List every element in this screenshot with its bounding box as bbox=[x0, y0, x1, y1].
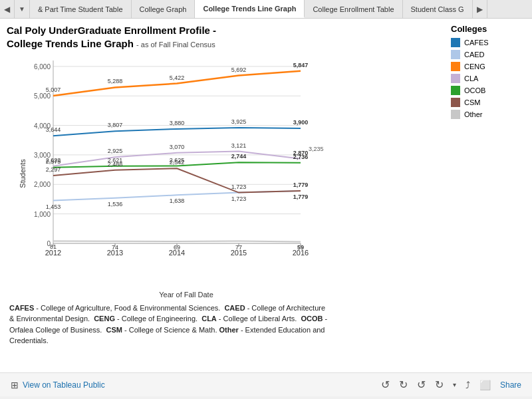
tab-nav-prev[interactable]: ◀ bbox=[0, 0, 15, 18]
tableau-link[interactable]: View on Tableau Public bbox=[23, 380, 105, 390]
legend: Colleges CAFES CAED CENG CLA OCOB CSM Ot… bbox=[446, 19, 532, 372]
svg-text:1,638: 1,638 bbox=[170, 198, 185, 204]
share-icon[interactable]: ⤴ bbox=[466, 380, 470, 390]
legend-cafes[interactable]: CAFES bbox=[451, 38, 527, 47]
svg-text:5,692: 5,692 bbox=[231, 66, 247, 72]
svg-text:3,644: 3,644 bbox=[46, 126, 61, 133]
chart-subtitle: College Trends Line Graph bbox=[7, 38, 134, 49]
undo2-icon[interactable]: ↺ bbox=[417, 378, 426, 391]
svg-text:2,925: 2,925 bbox=[108, 148, 123, 154]
svg-text:5,422: 5,422 bbox=[170, 74, 185, 80]
redo2-icon[interactable]: ↻ bbox=[435, 378, 444, 391]
legend-cla-label: CLA bbox=[464, 74, 478, 82]
tab-student-class[interactable]: Student Class G bbox=[403, 0, 473, 18]
tableau-icon: ⊞ bbox=[11, 380, 19, 390]
chart-subtitle-note: - as of Fall Final Census bbox=[136, 41, 215, 49]
svg-text:1,000: 1,000 bbox=[34, 210, 51, 217]
svg-text:81: 81 bbox=[50, 243, 57, 250]
legend-other-label: Other bbox=[464, 110, 483, 118]
svg-text:1,453: 1,453 bbox=[46, 203, 61, 209]
legend-title: Colleges bbox=[451, 24, 527, 34]
legend-other[interactable]: Other bbox=[451, 110, 527, 119]
svg-text:2,575: 2,575 bbox=[46, 158, 61, 164]
download-icon[interactable]: ⬜ bbox=[479, 380, 491, 390]
svg-text:77: 77 bbox=[235, 243, 242, 250]
legend-cla[interactable]: CLA bbox=[451, 74, 527, 83]
tab-nav-menu[interactable]: ▼ bbox=[15, 0, 30, 18]
svg-text:3,070: 3,070 bbox=[170, 143, 185, 150]
svg-text:1,536: 1,536 bbox=[108, 200, 123, 207]
svg-text:2,744: 2,744 bbox=[231, 153, 247, 160]
svg-text:3,880: 3,880 bbox=[170, 119, 185, 126]
legend-ocob-label: OCOB bbox=[464, 86, 485, 94]
svg-text:1,779: 1,779 bbox=[293, 182, 309, 188]
share-label[interactable]: Share bbox=[500, 380, 521, 390]
svg-text:5,847: 5,847 bbox=[293, 61, 309, 68]
tab-enrollment-table[interactable]: College Enrollment Table bbox=[305, 0, 402, 18]
svg-text:5,007: 5,007 bbox=[46, 86, 61, 92]
svg-text:5,000: 5,000 bbox=[34, 92, 51, 100]
legend-caed-label: CAED bbox=[464, 51, 485, 59]
svg-text:2,736: 2,736 bbox=[293, 153, 309, 160]
svg-text:3,807: 3,807 bbox=[108, 122, 123, 128]
legend-ceng[interactable]: CENG bbox=[451, 62, 527, 71]
legend-ceng-label: CENG bbox=[464, 63, 485, 70]
svg-text:59: 59 bbox=[297, 244, 304, 251]
svg-text:3,925: 3,925 bbox=[231, 118, 247, 124]
svg-text:3,235: 3,235 bbox=[309, 145, 324, 152]
undo-icon[interactable]: ↺ bbox=[381, 378, 390, 391]
svg-text:1,723: 1,723 bbox=[231, 183, 247, 190]
redo-icon[interactable]: ↻ bbox=[399, 378, 408, 391]
footer: ⊞ View on Tableau Public ↺ ↻ ↺ ↻ ▾ ⤴ ⬜ S… bbox=[0, 372, 532, 396]
svg-text:1,779: 1,779 bbox=[293, 194, 309, 200]
legend-cafes-label: CAFES bbox=[464, 39, 489, 47]
tab-nav-next[interactable]: ▶ bbox=[473, 0, 487, 18]
svg-text:3,121: 3,121 bbox=[231, 142, 247, 148]
svg-text:2,297: 2,297 bbox=[46, 166, 61, 173]
legend-csm[interactable]: CSM bbox=[451, 98, 527, 107]
tab-bar: ◀ ▼ & Part Time Student Table College Gr… bbox=[0, 0, 532, 19]
svg-text:1,723: 1,723 bbox=[231, 195, 247, 201]
tab-college-trends[interactable]: College Trends Line Graph bbox=[195, 0, 305, 18]
svg-text:2,542: 2,542 bbox=[170, 159, 185, 166]
svg-text:2,488: 2,488 bbox=[108, 160, 123, 167]
legend-caed[interactable]: CAED bbox=[451, 50, 527, 59]
tab-part-time[interactable]: & Part Time Student Table bbox=[30, 0, 132, 18]
svg-text:74: 74 bbox=[112, 243, 118, 250]
tab-college-graph[interactable]: College Graph bbox=[132, 0, 196, 18]
chart-title: Cal Poly UnderGraduate Enrollment Profil… bbox=[7, 24, 446, 51]
svg-text:6,000: 6,000 bbox=[34, 63, 51, 70]
redo2-dropdown[interactable]: ▾ bbox=[453, 381, 456, 388]
description: CAFES - College of Agriculture, Food & E… bbox=[7, 299, 332, 346]
svg-text:3,900: 3,900 bbox=[293, 119, 309, 126]
svg-text:5,288: 5,288 bbox=[108, 78, 123, 84]
svg-text:69: 69 bbox=[174, 243, 180, 250]
legend-csm-label: CSM bbox=[464, 98, 480, 106]
svg-text:2,000: 2,000 bbox=[34, 181, 51, 188]
legend-ocob[interactable]: OCOB bbox=[451, 86, 527, 95]
